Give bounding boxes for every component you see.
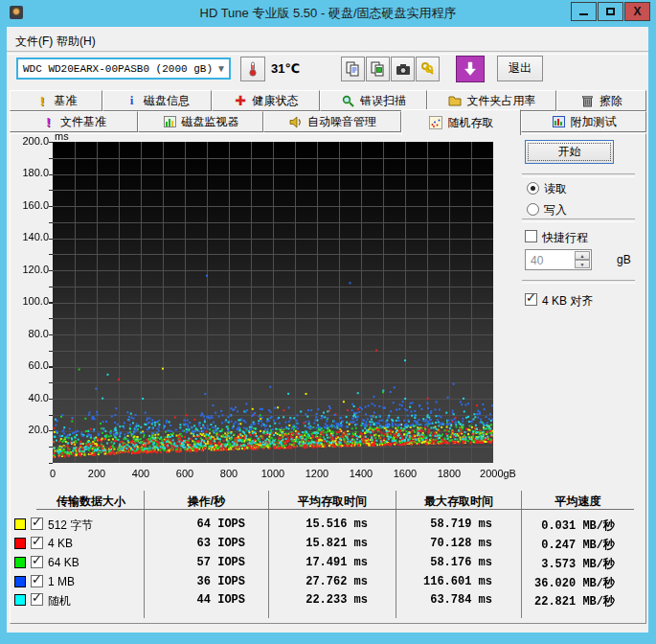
series-checkbox-random[interactable]: ✓ — [31, 593, 43, 606]
tab-aam[interactable]: 自动噪音管理 — [263, 111, 401, 132]
temperature-button[interactable] — [240, 57, 265, 81]
align-4kb-label[interactable]: 4 KB 对齐 — [542, 293, 593, 310]
tab-label: 文件夹占用率 — [467, 93, 536, 109]
radio-dot — [531, 186, 535, 191]
short-stroke-size-value: 40 — [531, 254, 543, 267]
maximize-icon — [606, 8, 615, 15]
tab-label: 健康状态 — [253, 93, 299, 109]
read-radio[interactable] — [527, 182, 539, 195]
iops-value: 57 IOPS — [149, 556, 245, 569]
avg-speed-value: 36.020 MB/秒 — [519, 575, 615, 591]
temperature-value: 31℃ — [271, 61, 300, 76]
series-checkbox-1mb[interactable]: ✓ — [31, 575, 43, 587]
keys-button[interactable] — [416, 57, 440, 81]
series-checkbox-512b[interactable]: ✓ — [31, 518, 43, 530]
keys-icon — [420, 61, 436, 77]
tab-file-benchmark[interactable]: ! 文件基准 — [10, 111, 138, 132]
separator — [522, 173, 635, 177]
write-radio-label[interactable]: 写入 — [544, 202, 567, 218]
close-button[interactable]: X — [624, 2, 650, 21]
y-tick-label: 180.0 — [14, 167, 49, 178]
title-bar: HD Tune 专业版 5.50 - 硬盘/固态硬盘实用程序 X — [0, 0, 656, 27]
tab-health[interactable]: ✚ 健康状态 — [212, 90, 320, 111]
tab-label: 磁盘监视器 — [182, 114, 239, 130]
hdtune-window: HD Tune 专业版 5.50 - 硬盘/固态硬盘实用程序 X 文件(F) 帮… — [0, 0, 656, 644]
thermometer-icon — [246, 61, 260, 77]
check-icon: ✓ — [32, 591, 42, 604]
window-title: HD Tune 专业版 5.50 - 硬盘/固态硬盘实用程序 — [0, 5, 656, 22]
series-swatch-random — [14, 594, 26, 606]
y-tick-label: 140.0 — [14, 231, 49, 242]
tab-disk-monitor[interactable]: 磁盘监视器 — [138, 111, 263, 132]
y-tick-label: 40.0 — [14, 392, 49, 403]
avg-access-value: 22.233 ms — [272, 593, 368, 607]
tab-label: 文件基准 — [60, 114, 106, 130]
tab-extra-tests[interactable]: 附加测试 — [521, 111, 646, 132]
short-stroke-checkbox[interactable]: ✓ — [525, 230, 537, 242]
avg-speed-value: 0.031 MB/秒 — [519, 518, 615, 534]
maximize-button[interactable] — [598, 2, 623, 21]
start-button[interactable]: 开始 — [525, 140, 614, 164]
iops-value: 44 IOPS — [149, 593, 245, 607]
tab-label: 磁盘信息 — [144, 93, 190, 109]
separator — [522, 280, 635, 284]
series-label: 随机 — [48, 593, 71, 610]
health-cross-icon: ✚ — [234, 94, 248, 107]
read-radio-label[interactable]: 读取 — [544, 181, 567, 197]
avg-speed-value: 22.821 MB/秒 — [519, 593, 615, 610]
extra-tests-icon — [552, 115, 566, 128]
check-icon: ✓ — [32, 535, 42, 547]
menu-bar: 文件(F) 帮助(H) — [7, 29, 648, 50]
copy-image-icon — [371, 61, 385, 77]
avg-speed-value: 0.247 MB/秒 — [519, 537, 615, 553]
tab-random-access[interactable]: 随机存取 — [401, 109, 521, 135]
align-4kb-checkbox[interactable]: ✓ — [525, 293, 537, 306]
trash-icon — [580, 94, 595, 107]
avg-access-value: 17.491 ms — [272, 556, 368, 569]
max-access-value: 58.719 ms — [396, 518, 492, 531]
tab-error-scan[interactable]: 错误扫描 — [320, 90, 427, 111]
x-tick-label: 1800 — [422, 468, 476, 479]
y-tick-label: 200.0 — [14, 135, 49, 147]
col-header-max-access: 最大存取时间 — [396, 494, 521, 510]
update-button[interactable] — [456, 56, 485, 82]
screenshot-button[interactable] — [391, 57, 415, 81]
minimize-button[interactable] — [571, 2, 597, 21]
exit-button[interactable]: 退出 — [497, 56, 543, 81]
check-icon: ✓ — [32, 516, 42, 528]
header-divider — [36, 509, 634, 510]
iops-value: 63 IOPS — [149, 537, 245, 550]
benchmark-icon: ! — [35, 94, 50, 107]
series-label: 4 KB — [48, 537, 73, 550]
tab-erase[interactable]: 擦除 — [556, 90, 646, 111]
series-checkbox-4kb[interactable]: ✓ — [31, 537, 43, 549]
menu-file[interactable]: 文件(F) — [11, 32, 57, 52]
check-icon: ✓ — [32, 573, 42, 586]
tab-benchmark[interactable]: ! 基准 — [10, 90, 102, 111]
col-header-iops: 操作/秒 — [145, 494, 268, 510]
copy-image-button[interactable] — [366, 57, 390, 81]
tab-label: 附加测试 — [571, 114, 617, 130]
series-checkbox-64kb[interactable]: ✓ — [31, 556, 43, 568]
y-axis-ticks — [49, 142, 53, 464]
short-stroke-size-input[interactable]: 40 ▲ ▼ — [525, 249, 592, 270]
menu-help[interactable]: 帮助(H) — [53, 32, 100, 52]
chevron-down-icon: ▼ — [214, 63, 229, 74]
copy-text-button[interactable] — [341, 57, 365, 81]
col-header-avg-access: 平均存取时间 — [269, 494, 396, 510]
col-header-avg-speed: 平均速度 — [522, 494, 634, 510]
series-swatch-64kb — [14, 557, 26, 568]
drive-select[interactable]: WDC WD20EARX-00PASB0 (2000 gB) ▼ — [16, 58, 231, 80]
tab-label: 自动噪音管理 — [307, 114, 376, 130]
bar-chart-icon — [163, 115, 177, 128]
iops-value: 64 IOPS — [149, 518, 245, 531]
short-stroke-label[interactable]: 快捷行程 — [542, 230, 588, 246]
file-benchmark-icon: ! — [41, 115, 56, 128]
col-header-transfer-size: 传输数据大小 — [38, 494, 144, 510]
tab-disk-info[interactable]: i 磁盘信息 — [102, 90, 212, 111]
write-radio[interactable] — [527, 203, 539, 216]
minimize-icon — [579, 13, 588, 15]
tab-folder-usage[interactable]: 文件夹占用率 — [427, 90, 556, 111]
spin-down-button[interactable]: ▼ — [575, 260, 590, 268]
spin-up-button[interactable]: ▲ — [575, 251, 590, 260]
